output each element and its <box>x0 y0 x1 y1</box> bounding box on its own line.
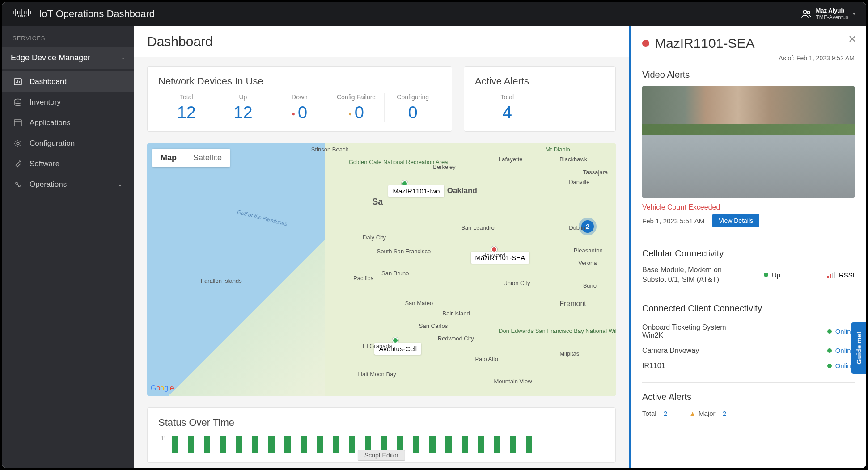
status-dot-icon <box>642 40 649 47</box>
clients-title: Connected Client Connectivity <box>642 303 855 314</box>
database-icon <box>13 98 22 107</box>
users-icon <box>801 8 812 19</box>
warning-icon: ▲ <box>689 410 696 417</box>
device-detail-panel: MazIR1101-SEA As of: Feb 1, 2023 9:52 AM… <box>629 26 866 468</box>
page-title: Dashboard <box>134 26 629 57</box>
map-type-toggle: Map Satellite <box>152 149 230 167</box>
video-alert-thumbnail[interactable] <box>642 86 855 198</box>
card-title: Network Devices In Use <box>158 76 441 87</box>
map-marker-aventus-cell[interactable]: Aventus-Cell <box>392 337 398 344</box>
status-dot-icon <box>827 348 832 353</box>
google-logo: Google <box>151 384 174 392</box>
network-devices-card: Network Devices In Use Total 12 Up 12 <box>147 66 452 132</box>
sidebar-item-operations[interactable]: Operations ⌄ <box>2 174 134 195</box>
panel-active-alerts-title: Active Alerts <box>642 392 855 402</box>
client-status: Online <box>827 362 855 369</box>
status-dot-icon <box>827 364 832 368</box>
status-dot-icon <box>827 329 832 334</box>
client-row: Camera Driveway Online <box>642 343 855 358</box>
signal-bars-icon <box>827 272 835 278</box>
cellular-status: Up <box>764 271 780 279</box>
map-tab-satellite[interactable]: Satellite <box>185 149 230 167</box>
sidebar-item-dashboard[interactable]: Dashboard <box>2 71 134 92</box>
guide-me-tab[interactable]: Guide me! <box>851 322 866 374</box>
apps-icon <box>13 118 22 127</box>
services-label: SERVICES <box>2 26 134 47</box>
chevron-down-icon: ▾ <box>853 11 855 17</box>
sidebar-item-inventory[interactable]: Inventory <box>2 92 134 113</box>
app-header: ı|ıı|ıı|ı cisco IoT Operations Dashboard… <box>2 2 866 26</box>
stat-up: Up 12 <box>215 93 272 122</box>
rssi-indicator: RSSI <box>827 271 855 279</box>
operations-icon <box>13 180 22 189</box>
sidebar-item-applications[interactable]: Applications <box>2 113 134 133</box>
alert-name: Vehicle Count Exceeded <box>642 203 855 211</box>
sidebar-item-label: Operations <box>30 180 67 189</box>
panel-title: MazIR1101-SEA <box>642 36 855 51</box>
chevron-down-icon: ⌄ <box>118 182 122 188</box>
service-selected-label: Edge Device Manager <box>11 53 90 63</box>
y-axis-label: 11 <box>161 436 166 441</box>
svg-point-0 <box>803 10 807 14</box>
gear-icon <box>13 139 22 148</box>
user-menu[interactable]: Maz Aiyub TME-Aventus ▾ <box>801 7 855 21</box>
map[interactable]: Map Satellite Gulf of the Farallones Far… <box>147 143 616 396</box>
svg-point-6 <box>16 182 17 184</box>
svg-point-3 <box>15 99 21 101</box>
service-selector[interactable]: Edge Device Manager ⌄ <box>2 47 134 69</box>
card-title: Active Alerts <box>475 76 605 87</box>
sidebar-item-label: Inventory <box>30 98 61 107</box>
card-title: Status Over Time <box>158 417 605 428</box>
stat-configuring: Configuring 0 <box>385 93 441 122</box>
client-row: IR1101 Online <box>642 358 855 373</box>
app-title: IoT Operations Dashboard <box>39 8 155 20</box>
client-row: Onboard Ticketing System Win2K Online <box>642 320 855 343</box>
alert-timestamp: Feb 1, 2023 5:51 AM <box>642 217 704 225</box>
stat-alerts-total: Total 4 <box>475 93 540 122</box>
map-island-label: Farallon Islands <box>201 277 242 284</box>
wrench-icon <box>13 159 22 168</box>
client-status: Online <box>827 327 855 335</box>
script-editor-badge[interactable]: Script Editor <box>358 450 405 461</box>
svg-point-1 <box>807 11 810 14</box>
status-dot-icon <box>764 273 768 277</box>
map-tab-map[interactable]: Map <box>152 149 185 167</box>
sidebar-item-label: Software <box>30 159 59 168</box>
close-icon <box>848 35 856 43</box>
sidebar-item-configuration[interactable]: Configuration <box>2 133 134 154</box>
sidebar-item-label: Configuration <box>30 139 75 148</box>
video-alerts-title: Video Alerts <box>642 70 855 80</box>
view-details-button[interactable]: View Details <box>712 214 759 227</box>
svg-point-5 <box>17 142 19 145</box>
cisco-logo: ı|ıı|ıı|ı cisco <box>13 10 32 18</box>
sidebar-item-label: Dashboard <box>30 77 67 86</box>
chevron-down-icon: ⌄ <box>121 55 125 61</box>
map-marker-mazir1101-two[interactable]: MazIR1101-two <box>402 180 408 187</box>
user-org: TME-Aventus <box>816 14 848 21</box>
svg-rect-4 <box>14 120 21 126</box>
svg-point-7 <box>18 185 20 187</box>
sidebar-item-label: Applications <box>30 118 71 127</box>
stat-config-failure: Config Failure 0 <box>328 93 385 122</box>
user-name: Maz Aiyub <box>816 7 848 14</box>
close-button[interactable] <box>848 35 856 43</box>
dashboard-icon <box>13 77 22 86</box>
status-over-time-card: Status Over Time 11 Script Editor <box>147 407 616 463</box>
active-alerts-card: Active Alerts Total 4 <box>464 66 616 132</box>
sidebar: SERVICES Edge Device Manager ⌄ Dashboard… <box>2 26 134 468</box>
cellular-module: Base Module, Modem on Subslot 0/1, SIM (… <box>642 265 741 285</box>
sidebar-item-software[interactable]: Software <box>2 154 134 174</box>
panel-alerts-summary: Total 2 ▲Major 2 <box>642 408 855 419</box>
as-of-timestamp: As of: Feb 1, 2023 9:52 AM <box>642 55 855 62</box>
stat-down: Down 0 <box>271 93 328 122</box>
stat-total: Total 12 <box>158 93 215 122</box>
client-status: Online <box>827 347 855 354</box>
cellular-title: Cellular Connectivity <box>642 248 855 259</box>
